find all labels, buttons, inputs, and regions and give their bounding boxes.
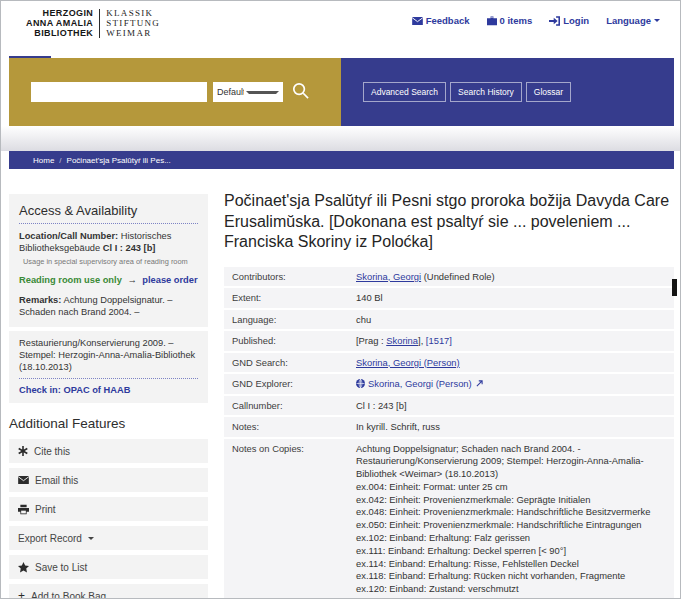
copies-line: ex.102: Einband: Erhaltung: Falz gerisse… (356, 532, 666, 545)
row-label: Published: (224, 331, 356, 351)
search-submit-button[interactable] (292, 82, 309, 102)
book-bag-link[interactable]: 0 items (487, 15, 533, 26)
dotted-divider (19, 223, 198, 224)
row-value: Achtung Doppelsignatur; Schaden nach Bra… (356, 439, 674, 599)
logo-line: STIFTUNG (106, 18, 160, 28)
remarks-label: Remarks: (19, 295, 61, 305)
chevron-down-icon (88, 537, 94, 543)
top-bar: HERZOGIN ANNA AMALIA BIBLIOTHEK KLASSIK … (1, 1, 680, 58)
content-area: Access & Availability Location/Call Numb… (9, 171, 674, 598)
row-label: Contributors: (224, 267, 356, 287)
add-to-book-bag-button[interactable]: + Add to Book Bag (9, 584, 208, 599)
record-detail: Počinaet'sja Psalŭtyŕ ili Pesni stgo pro… (224, 171, 674, 598)
detail-row-published: Published: [Prag : Skorina], [1517] (224, 331, 674, 351)
search-icon (292, 82, 309, 99)
detail-row-callnumber: Callnumber: Cl I : 243 [b] (224, 396, 674, 416)
detail-row-contributors: Contributors: Skorina, Georgi (Undefined… (224, 267, 674, 287)
publisher-link[interactable]: Skorina (386, 335, 418, 346)
published-mid: ], (418, 335, 426, 346)
search-tools: Advanced Search Search History Glossar (341, 58, 674, 126)
plus-icon: + (18, 590, 25, 599)
detail-row-notes-on-copies: Notes on Copies: Achtung Doppelsignatur;… (224, 439, 674, 599)
library-logo[interactable]: HERZOGIN ANNA AMALIA BIBLIOTHEK KLASSIK … (26, 8, 160, 38)
published-place: [Prag : (356, 335, 386, 346)
feature-label: Save to List (35, 562, 87, 573)
print-button[interactable]: Print (9, 497, 208, 521)
location-callnumber: Location/Call Number: Historisches Bibli… (19, 230, 198, 254)
remarks: Remarks: Achtung Doppelsignatur. – Schad… (19, 294, 198, 318)
email-this-button[interactable]: Email this (9, 468, 208, 492)
breadcrumb: Home / Počinaet'sja Psalŭtyŕ ili Pes... (9, 151, 674, 169)
copies-line: ex.118: Einband: Erhaltung: Rücken nicht… (356, 570, 666, 583)
row-label: Extent: (224, 288, 356, 308)
search-type-select[interactable]: Default/everything (213, 82, 283, 102)
logo-line: ANNA AMALIA (26, 18, 93, 28)
row-value: In kyrill. Schrift, russ (356, 417, 674, 437)
glossary-button[interactable]: Glossar (526, 82, 571, 102)
chevron-down-icon (654, 19, 660, 25)
sidebar: Access & Availability Location/Call Numb… (9, 171, 208, 598)
scrollbar-thumb[interactable] (672, 279, 677, 296)
advanced-search-button[interactable]: Advanced Search (363, 82, 446, 102)
login-link[interactable]: Login (549, 15, 589, 26)
search-input[interactable] (31, 82, 207, 102)
items-count-label: 0 items (500, 15, 533, 26)
contributor-link[interactable]: Skorina, Georgi (356, 271, 421, 282)
language-menu[interactable]: Language (606, 15, 660, 26)
row-value: chu (356, 310, 674, 330)
row-label: GND Explorer: (224, 374, 356, 394)
reading-room-status: Reading room use only (19, 275, 122, 285)
feedback-link[interactable]: Feedback (412, 15, 470, 26)
detail-row-gnd-explorer: GND Explorer: Skorina, Georgi (Person) (224, 374, 674, 394)
dotted-divider (19, 378, 198, 379)
arrow-right-icon: → (127, 275, 136, 285)
save-to-list-button[interactable]: Save to List (9, 555, 208, 579)
please-order-link[interactable]: please order (142, 275, 197, 285)
copies-line: ex.004: Einheit: Format: unter 25 cm (356, 481, 666, 494)
row-value: Cl I : 243 [b] (356, 396, 674, 416)
search-band: Default/everything Advanced Search Searc… (9, 58, 674, 126)
feedback-label: Feedback (426, 15, 470, 26)
copies-line: ex.048: Einheit: Provenienzmerkmale: Han… (356, 506, 666, 519)
usage-note: Usage in special supervisory area of rea… (23, 257, 198, 266)
gnd-globe-icon (356, 379, 365, 388)
row-label: Language: (224, 310, 356, 330)
row-value: [Prag : Skorina], [1517] (356, 331, 674, 351)
login-label: Login (563, 15, 589, 26)
row-label: Notes on Copies: (224, 439, 356, 599)
remarks-text-2: Restaurierung/Konservierung 2009. – Stem… (19, 337, 198, 373)
sign-in-icon (549, 16, 560, 26)
gnd-explorer-link[interactable]: Skorina, Georgi (Person) (368, 378, 472, 389)
check-in-opac-link[interactable]: Check in: OPAC of HAAB (19, 385, 198, 395)
gnd-search-link[interactable]: Skorina, Georgi (Person) (356, 357, 460, 368)
row-label: Notes: (224, 417, 356, 437)
published-year-link[interactable]: [1517] (426, 335, 452, 346)
row-value: 140 Bl (356, 288, 674, 308)
logo-left-block: HERZOGIN ANNA AMALIA BIBLIOTHEK (26, 8, 93, 38)
contributor-role: (Undefined Role) (421, 271, 494, 282)
breadcrumb-home-link[interactable]: Home (33, 156, 54, 165)
header-links: Feedback 0 items Login Language (412, 15, 660, 26)
breadcrumb-separator: / (59, 156, 61, 165)
search-history-button[interactable]: Search History (450, 82, 522, 102)
copies-line: ex.111: Einband: Erhaltung: Deckel sperr… (356, 545, 666, 558)
asterisk-icon (18, 446, 28, 456)
breadcrumb-current: Počinaet'sja Psalŭtyŕ ili Pes... (67, 156, 171, 165)
detail-row-extent: Extent: 140 Bl (224, 288, 674, 308)
search-type-value: Default/everything (217, 87, 244, 97)
printer-icon (18, 504, 29, 515)
location-label: Location/Call Number: (19, 231, 118, 241)
copies-line: ex.050: Einheit: Provenienzmerkmale: Han… (356, 519, 666, 532)
chevron-down-icon (246, 91, 279, 97)
export-record-button[interactable]: Export Record (9, 526, 208, 550)
feature-label: Export Record (18, 533, 82, 544)
briefcase-icon (487, 16, 497, 26)
row-label: GND Search: (224, 353, 356, 373)
logo-divider (99, 9, 100, 38)
copies-line: ex.042: Einheit: Provenienzmerkmale: Gep… (356, 494, 666, 507)
star-icon (18, 562, 29, 573)
record-title: Počinaet'sja Psalŭtyŕ ili Pesni stgo pro… (224, 191, 674, 253)
cite-this-button[interactable]: Cite this (9, 439, 208, 463)
detail-row-gnd-search: GND Search: Skorina, Georgi (Person) (224, 353, 674, 373)
logo-line: HERZOGIN (26, 8, 93, 18)
